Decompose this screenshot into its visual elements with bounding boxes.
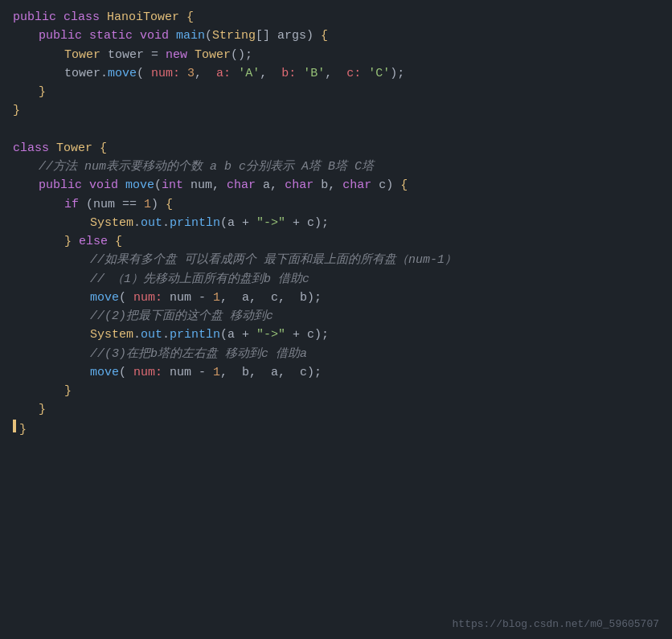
keyword-class: class bbox=[64, 8, 107, 27]
code-line-2: public static void main(String[] args) { bbox=[13, 27, 656, 45]
watermark: https://blog.csdn.net/m0_59605707 bbox=[453, 616, 659, 633]
code-container: public class HanoiTower { public static … bbox=[0, 0, 672, 639]
code-line-19: //(3)在把b塔的左右盘 移动到c 借助a bbox=[13, 345, 656, 363]
code-line-13: } else { bbox=[13, 232, 656, 251]
code-line-1: public class HanoiTower { bbox=[13, 8, 656, 27]
code-line-10: public void move(int num, char a, char b… bbox=[13, 176, 656, 195]
code-line-7 bbox=[13, 121, 656, 139]
code-line-8: class Tower { bbox=[13, 139, 656, 158]
code-line-6: } bbox=[13, 101, 656, 120]
code-line-16: move( num: num - 1, a, c, b); bbox=[13, 289, 656, 307]
open-brace-1: { bbox=[186, 8, 194, 27]
code-line-18: System.out.println(a + "->" + c); bbox=[13, 326, 656, 344]
keyword-public: public bbox=[13, 8, 64, 27]
code-line-21: } bbox=[13, 382, 656, 400]
code-line-15: // （1）先移动上面所有的盘到b 借助c bbox=[13, 270, 656, 289]
code-line-3: Tower tower = new Tower(); bbox=[13, 46, 656, 64]
classname-hanoi: HanoiTower bbox=[107, 8, 179, 27]
code-line-4: tower.move( num: 3, a: 'A', b: 'B', c: '… bbox=[13, 64, 656, 83]
code-line-5: } bbox=[13, 83, 656, 101]
code-line-9: //方法 num表示要移动的个数 a b c分别表示 A塔 B塔 C塔 bbox=[13, 158, 656, 176]
code-line-17: //(2)把最下面的这个盘 移动到c bbox=[13, 307, 656, 326]
code-block: public class HanoiTower { public static … bbox=[0, 8, 672, 439]
code-line-23: } bbox=[13, 420, 656, 440]
code-line-11: if (num == 1) { bbox=[13, 195, 656, 214]
code-line-20: move( num: num - 1, b, a, c); bbox=[13, 363, 656, 382]
code-line-12: System.out.println(a + "->" + c); bbox=[13, 214, 656, 232]
left-marker bbox=[13, 420, 16, 433]
code-line-22: } bbox=[13, 400, 656, 419]
code-line-14: //如果有多个盘 可以看成两个 最下面和最上面的所有盘（num-1） bbox=[13, 251, 656, 269]
